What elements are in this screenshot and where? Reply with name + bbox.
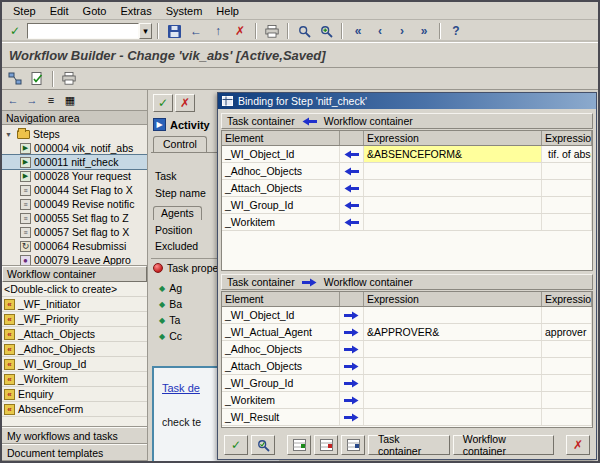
task-property-item[interactable]: ◆Cc <box>159 330 182 342</box>
expression-cell[interactable]: &APPROVER& <box>364 324 542 340</box>
menu-step[interactable]: Step <box>6 4 43 18</box>
help-button[interactable]: ? <box>446 22 466 40</box>
menu-goto[interactable]: Goto <box>76 4 114 18</box>
tree-step-item[interactable]: ≡000055 Set flag to Z <box>2 211 147 225</box>
tree-step-item[interactable]: ▶000028 Your request <box>2 169 147 183</box>
task-property-item[interactable]: ◆Ta <box>159 314 180 326</box>
container-item[interactable]: «_Adhoc_Objects <box>2 342 147 357</box>
navigation-toolbar: ← → ≡ ▦ <box>2 90 147 110</box>
container-item[interactable]: «Enquiry <box>2 387 147 402</box>
container-item[interactable]: «_Attach_Objects <box>2 327 147 342</box>
separator <box>341 23 343 39</box>
separator <box>157 23 159 39</box>
binding-row: _WI_Actual_Agent &APPROVER& approver <box>222 324 592 341</box>
expression-cell[interactable] <box>364 392 542 408</box>
accept-binding-button[interactable]: ✓ <box>224 435 248 455</box>
navigation-area-title: Navigation area <box>2 110 147 125</box>
binding-titlebar[interactable]: Binding for Step 'nitf_check' <box>218 93 596 109</box>
container-item[interactable]: «_WI_Group_Id <box>2 357 147 372</box>
insert-line-button[interactable] <box>287 435 311 455</box>
save-button[interactable] <box>164 22 184 40</box>
expression-name-cell <box>542 163 592 179</box>
menu-edit[interactable]: Edit <box>43 4 76 18</box>
tab-control[interactable]: Control <box>153 136 207 152</box>
screen-title: Workflow Builder - Change 'vik_abs' [Act… <box>2 43 598 68</box>
container-item-create[interactable]: <Double-click to create> <box>2 282 147 297</box>
task-property-item[interactable]: ◆Ag <box>159 282 182 294</box>
copy-line-button[interactable] <box>341 435 365 455</box>
expression-cell[interactable] <box>364 341 542 357</box>
workflow-container-button[interactable]: Workflow container <box>453 435 554 455</box>
expander-icon[interactable]: ▼ <box>5 131 14 138</box>
enter-button[interactable]: ✓ <box>5 22 25 40</box>
command-dropdown-icon[interactable]: ▾ <box>139 23 152 39</box>
table-header-row: Element Expression Expression n <box>222 292 592 307</box>
first-page-button[interactable]: « <box>348 22 368 40</box>
cancel-button[interactable]: ✗ <box>230 22 250 40</box>
expression-cell[interactable] <box>364 358 542 374</box>
document-templates-button[interactable]: Document templates <box>2 444 147 461</box>
tree-root-steps[interactable]: ▼ Steps <box>2 127 147 141</box>
task-property-item[interactable]: ◆Ba <box>159 298 182 310</box>
cancel-binding-button[interactable]: ✗ <box>566 435 590 455</box>
tree-step-item[interactable]: ↻000064 Resubmissi <box>2 239 147 253</box>
command-input[interactable] <box>27 23 139 39</box>
task-description-link[interactable]: Task de <box>162 382 200 394</box>
nav-grid-view-icon[interactable]: ▦ <box>61 92 79 108</box>
nav-outline-icon[interactable]: ≡ <box>42 92 60 108</box>
check-binding-button[interactable] <box>251 435 275 455</box>
dismiss-button[interactable]: ✗ <box>175 94 195 112</box>
tree-step-item[interactable]: ≡000057 Set flag to X <box>2 225 147 239</box>
back-button[interactable]: ← <box>186 22 206 40</box>
tree-step-item[interactable]: ▶000004 vik_notif_abs <box>2 141 147 155</box>
expression-cell[interactable] <box>364 163 542 179</box>
find-next-button[interactable] <box>316 22 336 40</box>
tree-step-item[interactable]: ≡000049 Revise notific <box>2 197 147 211</box>
workflow-graphic-button[interactable] <box>5 70 25 88</box>
step-type-row: ▶ Activity <box>153 118 210 131</box>
menu-extras[interactable]: Extras <box>113 4 158 18</box>
container-item[interactable]: «AbsenceForm <box>2 402 147 417</box>
nav-forward-icon[interactable]: → <box>23 92 41 108</box>
expression-cell-selected[interactable]: &ABSENCEFORM& <box>364 146 542 162</box>
agents-tab[interactable]: Agents <box>153 206 202 220</box>
column-expression: Expression <box>364 131 542 145</box>
tree-step-item-selected[interactable]: ▶000011 nitf_check <box>2 155 147 169</box>
syntax-check-button[interactable] <box>27 70 47 88</box>
arrow-left-icon <box>340 180 364 196</box>
arrow-right-icon <box>340 375 364 391</box>
menu-system[interactable]: System <box>159 4 210 18</box>
expression-cell[interactable] <box>364 180 542 196</box>
last-page-button[interactable]: » <box>414 22 434 40</box>
expression-cell[interactable] <box>364 307 542 323</box>
print-button[interactable] <box>262 22 282 40</box>
task-property-label: Ag <box>169 282 182 294</box>
menu-help[interactable]: Help <box>209 4 246 18</box>
expression-cell[interactable] <box>364 375 542 391</box>
find-button[interactable] <box>294 22 314 40</box>
tree-step-item[interactable]: ≡000044 Set Flag to X <box>2 183 147 197</box>
workflow-container-header[interactable]: Workflow container <box>2 266 147 282</box>
step-label: 000055 Set flag to Z <box>34 212 129 224</box>
activity-step-icon: ▶ <box>20 171 31 182</box>
expression-name-cell <box>542 358 592 374</box>
separator <box>287 23 289 39</box>
container-item[interactable]: «_WF_Priority <box>2 312 147 327</box>
delete-line-button[interactable] <box>314 435 338 455</box>
expression-cell[interactable] <box>364 214 542 230</box>
container-item[interactable]: «_WF_Initiator <box>2 297 147 312</box>
expression-cell[interactable] <box>364 409 542 425</box>
arrow-right-icon <box>340 358 364 374</box>
task-container-button[interactable]: Task container <box>368 435 450 455</box>
nav-back-icon[interactable]: ← <box>4 92 22 108</box>
task-property-label: Cc <box>169 330 182 342</box>
confirm-button[interactable]: ✓ <box>153 94 173 112</box>
print-workflow-button[interactable] <box>59 70 79 88</box>
my-workflows-button[interactable]: My workflows and tasks <box>2 427 147 444</box>
next-page-button[interactable]: › <box>392 22 412 40</box>
expression-cell[interactable] <box>364 197 542 213</box>
tree-step-item[interactable]: ●000079 Leave Appro <box>2 253 147 266</box>
container-item[interactable]: «_Workitem <box>2 372 147 387</box>
exit-button[interactable]: ↑ <box>208 22 228 40</box>
previous-page-button[interactable]: ‹ <box>370 22 390 40</box>
